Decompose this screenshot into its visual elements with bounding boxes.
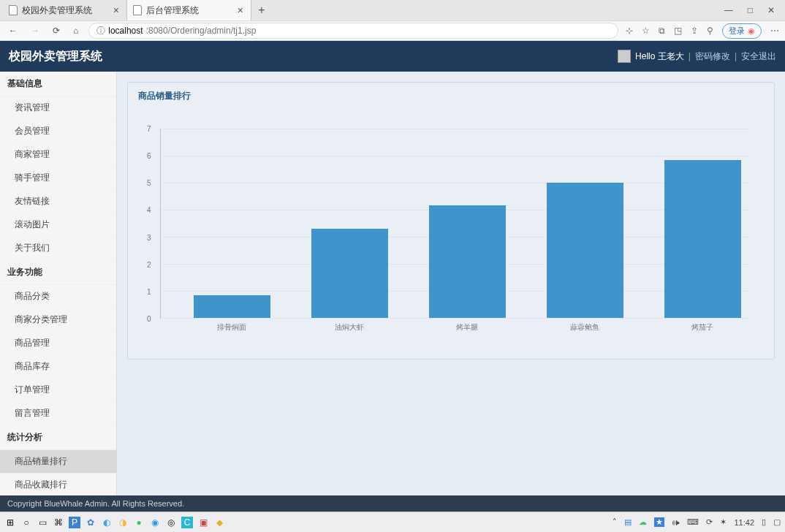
system-tray: ˄ ▤ ☁ ★ 🕪 ⌨ ⟳ ✶ 11:42 ▯ ▢ — [613, 517, 781, 527]
tray-icon[interactable]: ☁ — [639, 517, 647, 527]
menu-section-header: 业务功能 — [0, 260, 116, 285]
tray-icon[interactable]: ˄ — [613, 517, 617, 527]
tray-icon[interactable]: ▤ — [624, 517, 632, 527]
change-password-link[interactable]: 密码修改 — [695, 50, 730, 63]
sidebar-item[interactable]: 商家分类管理 — [0, 308, 116, 332]
maximize-button[interactable]: □ — [748, 5, 753, 15]
minimize-button[interactable]: — — [724, 5, 733, 15]
sidebar: 基础信息资讯管理会员管理商家管理骑手管理友情链接滚动图片关于我们业务功能商品分类… — [0, 72, 117, 495]
sidebar-item[interactable]: 会员管理 — [0, 120, 116, 143]
chart-bar — [311, 229, 388, 318]
copyright-text: Copyright BlueWhale Admin. All Rights Re… — [7, 499, 184, 508]
sidebar-item[interactable]: 商家管理 — [0, 143, 116, 167]
favorite-icon[interactable]: ☆ — [642, 26, 650, 36]
x-axis-label: 排骨焖面 — [194, 322, 270, 332]
logout-link[interactable]: 安全退出 — [741, 50, 776, 63]
taskbar: ⊞ ○ ▭ ⌘ P ✿ ◐ ◑ ● ◉ ◎ C ▣ ◆ ˄ ▤ ☁ ★ 🕪 ⌨ … — [0, 512, 785, 532]
tray-icon[interactable]: ⟳ — [706, 517, 713, 527]
start-icon[interactable]: ⊞ — [4, 517, 16, 528]
app-icon[interactable]: ◆ — [213, 517, 225, 528]
sidebar-item[interactable]: 滚动图片 — [0, 213, 116, 237]
close-window-button[interactable]: ✕ — [767, 5, 775, 15]
tab-title: 校园外卖管理系统 — [22, 4, 92, 17]
greeting-text: Hello 王老大 — [635, 50, 684, 63]
tab-title: 后台管理系统 — [146, 4, 199, 17]
app-icon[interactable]: ◑ — [117, 517, 129, 528]
sidebar-item[interactable]: 商品管理 — [0, 332, 116, 355]
tray-icon[interactable]: ▯ — [762, 517, 766, 527]
chrome-icon[interactable]: ◎ — [165, 517, 177, 528]
sidebar-item[interactable]: 商品收藏排行 — [0, 474, 116, 495]
x-axis-label: 油焖大虾 — [311, 322, 388, 332]
page-icon — [133, 5, 142, 15]
new-tab-button[interactable]: + — [251, 0, 272, 20]
url-path: :8080/Ordering/admin/tj1.jsp — [146, 26, 257, 36]
browser-tab-active[interactable]: 后台管理系统 × — [127, 0, 251, 20]
sidebar-item[interactable]: 骑手管理 — [0, 167, 116, 190]
browser-chrome: 校园外卖管理系统 × 后台管理系统 × + — □ ✕ ← → ⟳ ⌂ ⓘ lo… — [0, 0, 785, 41]
app-icon[interactable]: ✿ — [85, 517, 96, 528]
tray-icon[interactable]: ★ — [654, 517, 664, 527]
tray-icon[interactable]: ⌨ — [687, 517, 699, 527]
app-header: 校园外卖管理系统 Hello 王老大 | 密码修改 | 安全退出 — [0, 41, 785, 72]
chart-bar — [429, 205, 506, 318]
window-controls: — □ ✕ — [724, 0, 785, 20]
sidebar-item[interactable]: 商品销量排行 — [0, 450, 116, 474]
info-icon: ⓘ — [96, 25, 105, 37]
toolbar-icons: ⊹ ☆ ⧉ ◳ ⇪ ⚲ 登录◉ ⋯ — [626, 23, 779, 39]
tray-icon[interactable]: 🕪 — [672, 518, 680, 527]
panel-title: 商品销量排行 — [138, 90, 764, 107]
app-title: 校园外卖管理系统 — [9, 49, 102, 64]
browser-tab[interactable]: 校园外卖管理系统 × — [3, 0, 127, 20]
home-button[interactable]: ⌂ — [70, 26, 81, 36]
app-icon[interactable]: ● — [133, 517, 145, 528]
url-host: localhost — [108, 26, 143, 36]
sidebar-item[interactable]: 关于我们 — [0, 237, 116, 260]
chart-bar — [194, 295, 270, 318]
tab-close-icon[interactable]: × — [238, 4, 243, 16]
sidebar-item[interactable]: 友情链接 — [0, 190, 116, 213]
collections-icon[interactable]: ⧉ — [659, 26, 665, 36]
clock[interactable]: 11:42 — [734, 518, 754, 527]
sidebar-item[interactable]: 商品分类 — [0, 285, 116, 308]
app-icon[interactable]: C — [181, 517, 193, 528]
tab-bar: 校园外卖管理系统 × 后台管理系统 × + — □ ✕ — [0, 0, 785, 20]
tab-close-icon[interactable]: × — [113, 4, 119, 16]
extension-icon[interactable]: ◳ — [674, 26, 682, 36]
address-bar[interactable]: ⓘ localhost:8080/Ordering/admin/tj1.jsp — [88, 23, 618, 39]
address-row: ← → ⟳ ⌂ ⓘ localhost:8080/Ordering/admin/… — [0, 20, 785, 41]
app-icon[interactable]: ⌘ — [53, 517, 64, 528]
menu-section-header: 统计分析 — [0, 425, 116, 450]
chart-bar — [547, 183, 623, 318]
sidebar-item[interactable]: 订单管理 — [0, 379, 116, 402]
login-button[interactable]: 登录◉ — [722, 23, 762, 39]
content-area: 商品销量排行 排骨焖面油焖大虾烤羊腿蒜蓉鲍鱼烤茄子01234567 — [117, 72, 785, 495]
app-footer: Copyright BlueWhale Admin. All Rights Re… — [0, 495, 785, 512]
avatar[interactable] — [618, 50, 631, 63]
refresh-button[interactable]: ⟳ — [50, 26, 63, 36]
reader-icon[interactable]: ⊹ — [626, 26, 633, 36]
notification-icon[interactable]: ▢ — [773, 517, 781, 527]
menu-section-header: 基础信息 — [0, 72, 116, 96]
x-axis-label: 烤羊腿 — [429, 322, 506, 332]
sidebar-item[interactable]: 资讯管理 — [0, 96, 116, 120]
chart-bar — [664, 160, 741, 318]
share-icon[interactable]: ⇪ — [691, 26, 698, 36]
page-icon — [9, 5, 18, 15]
tray-icon[interactable]: ✶ — [720, 517, 727, 527]
back-button[interactable]: ← — [6, 26, 20, 36]
search-icon[interactable]: ○ — [20, 517, 32, 528]
taskview-icon[interactable]: ▭ — [37, 517, 48, 528]
sidebar-item[interactable]: 商品库存 — [0, 355, 116, 379]
account-icon[interactable]: ⚲ — [707, 26, 713, 36]
sidebar-item[interactable]: 留言管理 — [0, 402, 116, 425]
app-icon[interactable]: ◐ — [101, 517, 113, 528]
bar-chart: 排骨焖面油焖大虾烤羊腿蒜蓉鲍鱼烤茄子01234567 — [160, 129, 749, 341]
forward-button[interactable]: → — [28, 26, 42, 36]
edge-icon[interactable]: ◉ — [149, 517, 161, 528]
x-axis-label: 烤茄子 — [664, 322, 741, 332]
more-icon[interactable]: ⋯ — [770, 26, 779, 36]
app-icon[interactable]: ▣ — [197, 517, 209, 528]
x-axis-label: 蒜蓉鲍鱼 — [547, 322, 623, 332]
app-icon[interactable]: P — [69, 517, 80, 528]
